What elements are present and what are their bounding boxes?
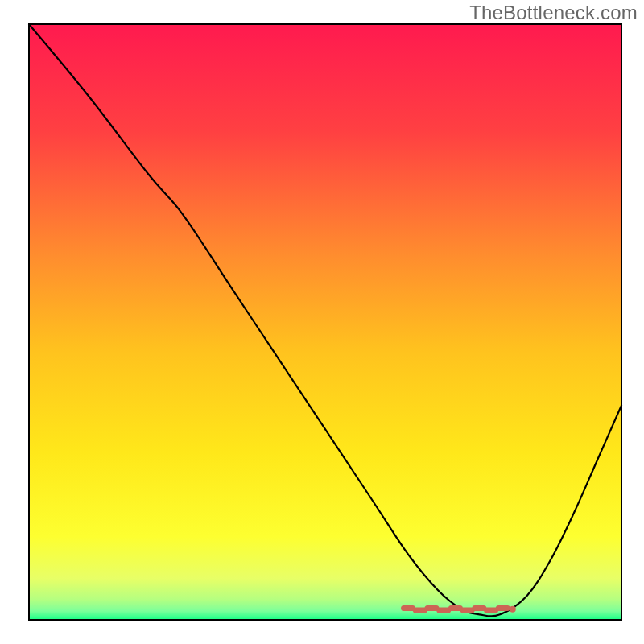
bottleneck-chart bbox=[0, 0, 644, 644]
highlight-dot bbox=[510, 606, 516, 613]
chart-container: TheBottleneck.com bbox=[0, 0, 644, 644]
plot-background bbox=[29, 24, 621, 620]
highlight-dash bbox=[496, 605, 510, 611]
